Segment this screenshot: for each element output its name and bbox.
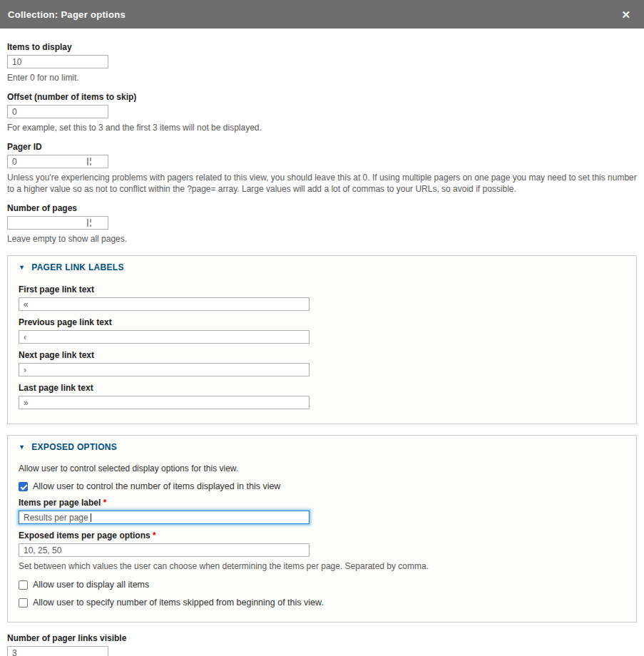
items-per-page-label-input[interactable] — [19, 511, 310, 524]
fieldset-exposed-options: ▼ EXPOSED OPTIONS Allow user to control … — [7, 435, 637, 622]
form-item-items-per-page-label: Items per page label * — [19, 498, 625, 524]
form-item-offset: Offset (number of items to skip) For exa… — [7, 93, 637, 133]
number-spinner-icon[interactable] — [87, 219, 93, 227]
close-icon[interactable]: ✕ — [619, 8, 633, 21]
form-item-last-page-link: Last page link text — [19, 384, 625, 409]
fieldset-pager-link-labels-legend[interactable]: ▼ PAGER LINK LABELS — [19, 262, 625, 272]
chevron-down-icon: ▼ — [19, 444, 25, 451]
checkbox-label: Allow user to specify number of items sk… — [33, 598, 324, 608]
checkbox-control-number-of-items[interactable]: Allow user to control the number of item… — [19, 481, 625, 491]
checkbox-icon[interactable] — [19, 482, 28, 491]
checkbox-label: Allow user to display all items — [33, 580, 149, 590]
exposed-options-description: Allow user to control selected display o… — [19, 463, 625, 473]
required-marker: * — [153, 531, 156, 540]
exposed-items-options-input[interactable] — [19, 543, 310, 557]
number-spinner-icon[interactable] — [87, 158, 93, 165]
last-page-link-label: Last page link text — [19, 384, 625, 393]
fieldset-legend-text: PAGER LINK LABELS — [31, 262, 124, 272]
first-page-link-label: First page link text — [19, 285, 625, 294]
form-item-pager-links-visible: Number of pager links visible Specify th… — [7, 634, 637, 656]
text-caret — [91, 513, 91, 522]
form-item-number-of-pages: Number of pages Leave empty to show all … — [7, 204, 637, 245]
number-of-pages-input[interactable] — [7, 216, 108, 230]
next-page-link-input[interactable] — [19, 363, 310, 376]
fieldset-pager-link-labels: ▼ PAGER LINK LABELS First page link text… — [7, 255, 637, 424]
next-page-link-label: Next page link text — [19, 351, 625, 360]
offset-help: For example, set this to 3 and the first… — [7, 122, 637, 133]
form-item-items-to-display: Items to display Enter 0 for no limit. — [7, 43, 637, 83]
exposed-items-options-help: Set between which values the user can ch… — [19, 560, 625, 572]
pager-id-label: Pager ID — [7, 143, 637, 152]
items-per-page-label-label: Items per page label * — [19, 498, 625, 508]
items-to-display-label: Items to display — [7, 43, 637, 52]
checkbox-skip-items[interactable]: Allow user to specify number of items sk… — [19, 598, 625, 608]
pager-id-input[interactable] — [7, 155, 108, 168]
first-page-link-input[interactable] — [19, 297, 310, 311]
previous-page-link-input[interactable] — [19, 330, 310, 344]
offset-label: Offset (number of items to skip) — [7, 93, 637, 102]
exposed-items-options-label: Exposed items per page options * — [19, 531, 625, 540]
dialog-titlebar: Collection: Pager options ✕ — [0, 0, 644, 29]
offset-input[interactable] — [7, 105, 108, 118]
fieldset-exposed-options-legend[interactable]: ▼ EXPOSED OPTIONS — [19, 442, 625, 452]
form-item-next-page-link: Next page link text — [19, 351, 625, 376]
pager-links-visible-label: Number of pager links visible — [7, 634, 637, 643]
checkbox-icon[interactable] — [19, 598, 28, 608]
dialog-title: Collection: Pager options — [8, 9, 126, 20]
pager-id-help: Unless you're experiencing problems with… — [7, 172, 637, 195]
number-of-pages-help: Leave empty to show all pages. — [7, 233, 637, 245]
previous-page-link-label: Previous page link text — [19, 318, 625, 327]
pager-links-visible-input[interactable] — [7, 646, 108, 656]
items-to-display-input[interactable] — [7, 55, 108, 68]
required-marker: * — [103, 498, 107, 508]
form-item-exposed-items-options: Exposed items per page options * Set bet… — [19, 531, 625, 572]
last-page-link-input[interactable] — [19, 396, 310, 409]
chevron-down-icon: ▼ — [19, 264, 25, 271]
form-item-previous-page-link: Previous page link text — [19, 318, 625, 344]
checkbox-icon[interactable] — [19, 580, 28, 590]
items-to-display-help: Enter 0 for no limit. — [7, 72, 637, 83]
fieldset-legend-text: EXPOSED OPTIONS — [31, 442, 117, 452]
checkbox-display-all-items[interactable]: Allow user to display all items — [19, 580, 625, 590]
form-item-pager-id: Pager ID Unless you're experiencing prob… — [7, 143, 637, 195]
number-of-pages-label: Number of pages — [7, 204, 637, 213]
form-item-first-page-link: First page link text — [19, 285, 625, 311]
checkbox-label: Allow user to control the number of item… — [33, 481, 280, 491]
dialog-body: Items to display Enter 0 for no limit. O… — [0, 29, 644, 656]
